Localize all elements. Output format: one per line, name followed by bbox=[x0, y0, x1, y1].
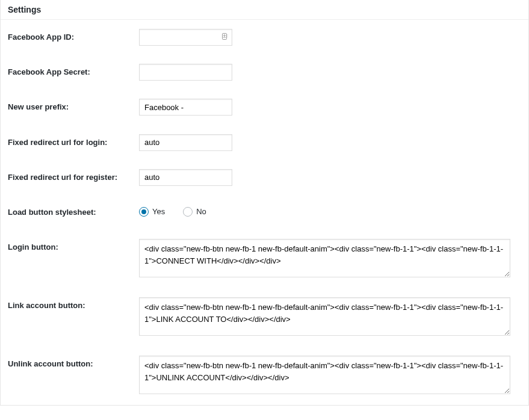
input-redirect-login[interactable] bbox=[139, 134, 232, 151]
input-redirect-register[interactable] bbox=[139, 169, 232, 186]
panel-title: Settings bbox=[8, 5, 521, 14]
label-redirect-login: Fixed redirect url for login: bbox=[1, 125, 133, 160]
settings-panel: Settings Facebook App ID: bbox=[0, 0, 529, 406]
radio-text-yes: Yes bbox=[152, 207, 165, 216]
label-app-id: Facebook App ID: bbox=[1, 20, 133, 55]
radio-label-no[interactable]: No bbox=[183, 207, 206, 217]
radio-text-no: No bbox=[196, 207, 206, 216]
textarea-link-button[interactable] bbox=[139, 297, 510, 336]
label-redirect-register: Fixed redirect url for register: bbox=[1, 160, 133, 195]
textarea-unlink-button[interactable] bbox=[139, 356, 510, 394]
input-user-prefix[interactable] bbox=[139, 99, 232, 116]
label-unlink-button: Unlink account button: bbox=[1, 347, 133, 405]
settings-form-table: Facebook App ID: bbox=[1, 20, 528, 405]
label-login-button: Login button: bbox=[1, 230, 133, 288]
input-app-id[interactable] bbox=[139, 29, 232, 46]
radio-label-yes[interactable]: Yes bbox=[139, 207, 165, 217]
label-user-prefix: New user prefix: bbox=[1, 90, 133, 125]
radio-group-stylesheet: Yes No bbox=[139, 204, 522, 217]
label-load-stylesheet: Load button stylesheet: bbox=[1, 195, 133, 230]
radio-yes[interactable] bbox=[139, 207, 149, 217]
input-app-secret[interactable] bbox=[139, 64, 232, 81]
radio-no[interactable] bbox=[183, 207, 193, 217]
label-app-secret: Facebook App Secret: bbox=[1, 55, 133, 90]
panel-header: Settings bbox=[1, 0, 528, 20]
textarea-login-button[interactable] bbox=[139, 239, 510, 277]
label-link-button: Link account button: bbox=[1, 288, 133, 347]
